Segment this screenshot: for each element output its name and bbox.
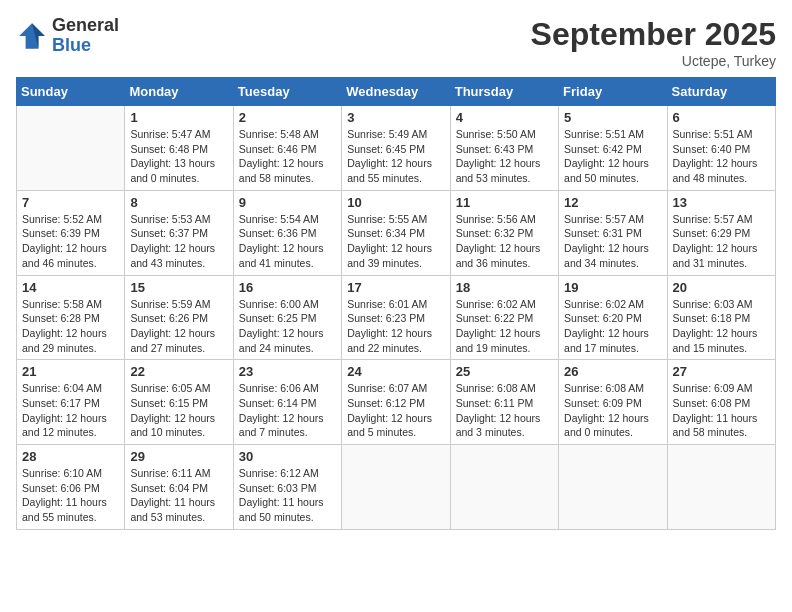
calendar-cell: 23Sunrise: 6:06 AMSunset: 6:14 PMDayligh…	[233, 360, 341, 445]
calendar-cell: 21Sunrise: 6:04 AMSunset: 6:17 PMDayligh…	[17, 360, 125, 445]
day-number: 29	[130, 449, 227, 464]
day-info: Sunrise: 6:02 AMSunset: 6:20 PMDaylight:…	[564, 297, 661, 356]
calendar-cell: 18Sunrise: 6:02 AMSunset: 6:22 PMDayligh…	[450, 275, 558, 360]
calendar-week-row: 7Sunrise: 5:52 AMSunset: 6:39 PMDaylight…	[17, 190, 776, 275]
day-number: 18	[456, 280, 553, 295]
day-number: 7	[22, 195, 119, 210]
logo-blue-text: Blue	[52, 36, 119, 56]
day-info: Sunrise: 6:09 AMSunset: 6:08 PMDaylight:…	[673, 381, 770, 440]
calendar-cell	[450, 445, 558, 530]
day-number: 4	[456, 110, 553, 125]
calendar-cell	[667, 445, 775, 530]
calendar-cell: 30Sunrise: 6:12 AMSunset: 6:03 PMDayligh…	[233, 445, 341, 530]
calendar-cell: 13Sunrise: 5:57 AMSunset: 6:29 PMDayligh…	[667, 190, 775, 275]
calendar-week-row: 1Sunrise: 5:47 AMSunset: 6:48 PMDaylight…	[17, 106, 776, 191]
calendar-cell: 9Sunrise: 5:54 AMSunset: 6:36 PMDaylight…	[233, 190, 341, 275]
day-number: 6	[673, 110, 770, 125]
month-title: September 2025	[531, 16, 776, 53]
day-info: Sunrise: 6:06 AMSunset: 6:14 PMDaylight:…	[239, 381, 336, 440]
location-subtitle: Uctepe, Turkey	[531, 53, 776, 69]
column-header-monday: Monday	[125, 78, 233, 106]
day-info: Sunrise: 5:57 AMSunset: 6:31 PMDaylight:…	[564, 212, 661, 271]
column-header-saturday: Saturday	[667, 78, 775, 106]
day-info: Sunrise: 5:51 AMSunset: 6:42 PMDaylight:…	[564, 127, 661, 186]
day-number: 21	[22, 364, 119, 379]
calendar-week-row: 28Sunrise: 6:10 AMSunset: 6:06 PMDayligh…	[17, 445, 776, 530]
day-info: Sunrise: 6:07 AMSunset: 6:12 PMDaylight:…	[347, 381, 444, 440]
calendar-week-row: 14Sunrise: 5:58 AMSunset: 6:28 PMDayligh…	[17, 275, 776, 360]
day-number: 28	[22, 449, 119, 464]
day-number: 22	[130, 364, 227, 379]
day-number: 19	[564, 280, 661, 295]
day-number: 26	[564, 364, 661, 379]
column-header-sunday: Sunday	[17, 78, 125, 106]
calendar-header-row: SundayMondayTuesdayWednesdayThursdayFrid…	[17, 78, 776, 106]
calendar-cell: 25Sunrise: 6:08 AMSunset: 6:11 PMDayligh…	[450, 360, 558, 445]
day-number: 12	[564, 195, 661, 210]
day-number: 27	[673, 364, 770, 379]
calendar-cell: 12Sunrise: 5:57 AMSunset: 6:31 PMDayligh…	[559, 190, 667, 275]
day-info: Sunrise: 6:05 AMSunset: 6:15 PMDaylight:…	[130, 381, 227, 440]
calendar-cell: 8Sunrise: 5:53 AMSunset: 6:37 PMDaylight…	[125, 190, 233, 275]
day-number: 9	[239, 195, 336, 210]
calendar-cell: 11Sunrise: 5:56 AMSunset: 6:32 PMDayligh…	[450, 190, 558, 275]
calendar-cell: 6Sunrise: 5:51 AMSunset: 6:40 PMDaylight…	[667, 106, 775, 191]
calendar-cell: 17Sunrise: 6:01 AMSunset: 6:23 PMDayligh…	[342, 275, 450, 360]
day-info: Sunrise: 6:11 AMSunset: 6:04 PMDaylight:…	[130, 466, 227, 525]
day-number: 25	[456, 364, 553, 379]
calendar-cell: 27Sunrise: 6:09 AMSunset: 6:08 PMDayligh…	[667, 360, 775, 445]
day-info: Sunrise: 6:03 AMSunset: 6:18 PMDaylight:…	[673, 297, 770, 356]
calendar-cell: 1Sunrise: 5:47 AMSunset: 6:48 PMDaylight…	[125, 106, 233, 191]
calendar-cell: 26Sunrise: 6:08 AMSunset: 6:09 PMDayligh…	[559, 360, 667, 445]
day-info: Sunrise: 5:47 AMSunset: 6:48 PMDaylight:…	[130, 127, 227, 186]
calendar-cell: 14Sunrise: 5:58 AMSunset: 6:28 PMDayligh…	[17, 275, 125, 360]
day-info: Sunrise: 5:49 AMSunset: 6:45 PMDaylight:…	[347, 127, 444, 186]
day-info: Sunrise: 5:52 AMSunset: 6:39 PMDaylight:…	[22, 212, 119, 271]
day-info: Sunrise: 6:02 AMSunset: 6:22 PMDaylight:…	[456, 297, 553, 356]
calendar-cell: 28Sunrise: 6:10 AMSunset: 6:06 PMDayligh…	[17, 445, 125, 530]
day-info: Sunrise: 5:54 AMSunset: 6:36 PMDaylight:…	[239, 212, 336, 271]
calendar-cell: 7Sunrise: 5:52 AMSunset: 6:39 PMDaylight…	[17, 190, 125, 275]
day-info: Sunrise: 5:50 AMSunset: 6:43 PMDaylight:…	[456, 127, 553, 186]
day-info: Sunrise: 5:48 AMSunset: 6:46 PMDaylight:…	[239, 127, 336, 186]
day-info: Sunrise: 6:08 AMSunset: 6:09 PMDaylight:…	[564, 381, 661, 440]
day-number: 11	[456, 195, 553, 210]
day-number: 14	[22, 280, 119, 295]
day-info: Sunrise: 5:53 AMSunset: 6:37 PMDaylight:…	[130, 212, 227, 271]
day-number: 13	[673, 195, 770, 210]
day-info: Sunrise: 5:58 AMSunset: 6:28 PMDaylight:…	[22, 297, 119, 356]
calendar-cell: 20Sunrise: 6:03 AMSunset: 6:18 PMDayligh…	[667, 275, 775, 360]
calendar-cell	[17, 106, 125, 191]
day-number: 30	[239, 449, 336, 464]
calendar-cell: 4Sunrise: 5:50 AMSunset: 6:43 PMDaylight…	[450, 106, 558, 191]
day-number: 2	[239, 110, 336, 125]
calendar-cell: 3Sunrise: 5:49 AMSunset: 6:45 PMDaylight…	[342, 106, 450, 191]
calendar-cell	[559, 445, 667, 530]
day-number: 5	[564, 110, 661, 125]
calendar-table: SundayMondayTuesdayWednesdayThursdayFrid…	[16, 77, 776, 530]
calendar-cell	[342, 445, 450, 530]
calendar-cell: 29Sunrise: 6:11 AMSunset: 6:04 PMDayligh…	[125, 445, 233, 530]
day-info: Sunrise: 6:00 AMSunset: 6:25 PMDaylight:…	[239, 297, 336, 356]
day-info: Sunrise: 6:12 AMSunset: 6:03 PMDaylight:…	[239, 466, 336, 525]
column-header-tuesday: Tuesday	[233, 78, 341, 106]
calendar-cell: 16Sunrise: 6:00 AMSunset: 6:25 PMDayligh…	[233, 275, 341, 360]
calendar-cell: 10Sunrise: 5:55 AMSunset: 6:34 PMDayligh…	[342, 190, 450, 275]
day-number: 23	[239, 364, 336, 379]
day-number: 10	[347, 195, 444, 210]
day-number: 8	[130, 195, 227, 210]
day-number: 1	[130, 110, 227, 125]
logo: General Blue	[16, 16, 119, 56]
day-info: Sunrise: 6:04 AMSunset: 6:17 PMDaylight:…	[22, 381, 119, 440]
day-number: 16	[239, 280, 336, 295]
logo-icon	[16, 20, 48, 52]
day-number: 15	[130, 280, 227, 295]
day-number: 3	[347, 110, 444, 125]
calendar-cell: 15Sunrise: 5:59 AMSunset: 6:26 PMDayligh…	[125, 275, 233, 360]
calendar-cell: 24Sunrise: 6:07 AMSunset: 6:12 PMDayligh…	[342, 360, 450, 445]
calendar-cell: 22Sunrise: 6:05 AMSunset: 6:15 PMDayligh…	[125, 360, 233, 445]
day-info: Sunrise: 5:55 AMSunset: 6:34 PMDaylight:…	[347, 212, 444, 271]
page-header: General Blue September 2025 Uctepe, Turk…	[16, 16, 776, 69]
day-info: Sunrise: 5:59 AMSunset: 6:26 PMDaylight:…	[130, 297, 227, 356]
title-block: September 2025 Uctepe, Turkey	[531, 16, 776, 69]
